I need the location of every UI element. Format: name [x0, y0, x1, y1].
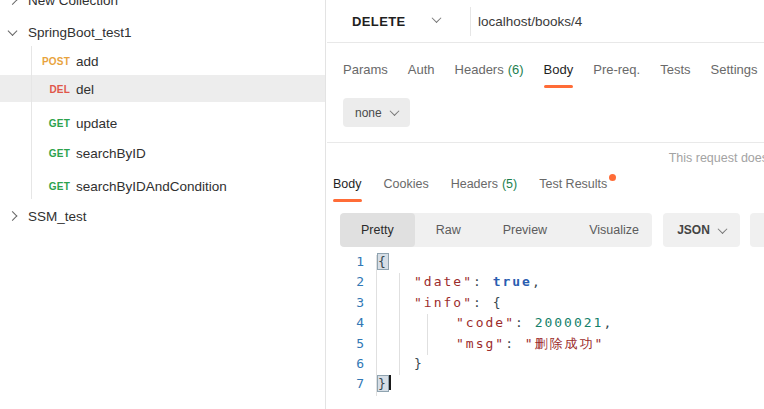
response-tab-cookies[interactable]: Cookies [384, 173, 429, 202]
response-view-switcher: PrettyRawPreviewVisualize [340, 213, 652, 247]
token-brace: { [493, 295, 503, 310]
response-tab-body[interactable]: Body [333, 173, 362, 202]
item-label: del [76, 81, 94, 96]
chevron-down-icon [389, 106, 399, 116]
method-badge: GET [28, 147, 70, 158]
url-bar: DELETE localhost/books/4 [327, 0, 764, 43]
item-label: update [76, 115, 117, 130]
token-num: 2000021 [535, 315, 604, 330]
token-punc: , [532, 274, 542, 289]
line-number: 4 [327, 313, 364, 333]
method-dropdown[interactable]: DELETE [352, 0, 406, 43]
tab-label: Tests [660, 62, 690, 77]
token-brace: } [378, 376, 388, 391]
token-str: "删除成功" [525, 336, 605, 351]
response-notice: This request does [669, 151, 764, 165]
code-line: 7} [327, 374, 764, 394]
tab-auth[interactable]: Auth [408, 55, 435, 88]
collections-sidebar: New CollectionSpringBoot_test1POSTaddDEL… [0, 0, 326, 409]
sidebar-item-update[interactable]: GETupdate [0, 109, 326, 136]
item-label: add [76, 53, 99, 68]
tab-pre-req-[interactable]: Pre-req. [593, 55, 640, 88]
code-line: 4"code": 2000021, [327, 313, 764, 333]
sidebar-item-New Collection[interactable]: New Collection [0, 0, 326, 13]
line-number: 6 [327, 354, 364, 374]
line-number: 3 [327, 293, 364, 313]
item-label: SSM_test [28, 208, 87, 223]
sidebar-item-searchByIDAndCondition[interactable]: GETsearchByIDAndCondition [0, 172, 326, 199]
tab-label: Body [333, 177, 362, 191]
item-label: SpringBoot_test1 [28, 24, 132, 39]
url-input[interactable]: localhost/books/4 [478, 0, 582, 43]
line-number: 5 [327, 334, 364, 354]
view-mode-pretty[interactable]: Pretty [340, 213, 415, 247]
status-dot-icon [609, 174, 616, 181]
tab-body[interactable]: Body [544, 55, 574, 88]
tab-headers[interactable]: Headers(6) [455, 55, 524, 88]
sidebar-item-del[interactable]: DELdel [0, 75, 326, 102]
sidebar-item-SpringBoot_test1[interactable]: SpringBoot_test1 [0, 18, 326, 45]
tab-label: Params [343, 62, 388, 77]
method-badge: DEL [28, 83, 70, 94]
tab-params[interactable]: Params [343, 55, 388, 88]
chevron-down-icon[interactable] [8, 26, 18, 36]
tree-guide-line [31, 46, 32, 199]
code-text: } [378, 354, 424, 374]
tab-label: Headers [455, 62, 504, 77]
line-number: 2 [327, 272, 364, 292]
tab-label: Pre-req. [593, 62, 640, 77]
toolbar-button-clipped[interactable] [750, 213, 764, 247]
code-text: } [378, 374, 391, 394]
code-line: 1{ [327, 252, 764, 272]
method-badge: GET [28, 180, 70, 191]
sidebar-item-searchByID[interactable]: GETsearchByID [0, 139, 326, 166]
request-tabs: ParamsAuthHeaders(6)BodyPre-req.TestsSet… [343, 55, 758, 88]
code-text: { [378, 252, 388, 272]
code-line: 5"msg": "删除成功" [327, 334, 764, 354]
tab-tests[interactable]: Tests [660, 55, 690, 88]
line-number: 1 [327, 252, 364, 272]
tab-settings[interactable]: Settings [711, 55, 758, 88]
request-panel: DELETE localhost/books/4 ParamsAuthHeade… [327, 0, 764, 409]
token-key: "code" [456, 315, 515, 330]
tab-label: Cookies [384, 177, 429, 191]
response-tab-test-results[interactable]: Test Results [539, 173, 616, 202]
tab-label: Test Results [539, 177, 607, 191]
body-type-dropdown[interactable]: none [343, 98, 410, 127]
format-dropdown[interactable]: JSON [663, 213, 740, 247]
section-divider [327, 142, 764, 143]
chevron-right-icon[interactable] [8, 211, 18, 221]
response-body-editor[interactable]: 1{2"date": true,3"info": {4"code": 20000… [327, 252, 764, 409]
token-punc: : [473, 274, 493, 289]
tab-label: Auth [408, 62, 435, 77]
view-mode-visualize[interactable]: Visualize [568, 213, 652, 247]
view-mode-raw[interactable]: Raw [415, 213, 482, 247]
token-punc: , [603, 315, 613, 330]
chevron-down-icon [432, 13, 442, 23]
url-separator [470, 7, 471, 36]
code-text: "code": 2000021, [378, 313, 613, 333]
token-punc: : [473, 295, 493, 310]
response-tabs: BodyCookiesHeaders(5)Test Results [333, 173, 616, 202]
token-bool: true [493, 274, 532, 289]
method-badge: GET [28, 117, 70, 128]
tab-count: (6) [508, 62, 524, 77]
code-text: "date": true, [378, 272, 542, 292]
item-label: New Collection [28, 0, 118, 7]
text-cursor [389, 375, 391, 390]
token-key: "msg" [456, 336, 505, 351]
tab-label: Headers [451, 177, 498, 191]
view-mode-preview[interactable]: Preview [482, 213, 568, 247]
tab-count: (5) [502, 177, 517, 191]
tab-label: Settings [711, 62, 758, 77]
token-punc: : [515, 315, 535, 330]
sidebar-item-add[interactable]: POSTadd [0, 47, 326, 74]
sidebar-item-SSM_test[interactable]: SSM_test [0, 202, 326, 229]
chevron-right-icon[interactable] [8, 0, 18, 4]
response-tab-headers[interactable]: Headers(5) [451, 173, 518, 202]
method-badge: POST [28, 55, 70, 66]
method-label: DELETE [352, 14, 406, 29]
token-brace: } [414, 356, 424, 371]
code-line: 2"date": true, [327, 272, 764, 292]
postman-app: New CollectionSpringBoot_test1POSTaddDEL… [0, 0, 764, 409]
